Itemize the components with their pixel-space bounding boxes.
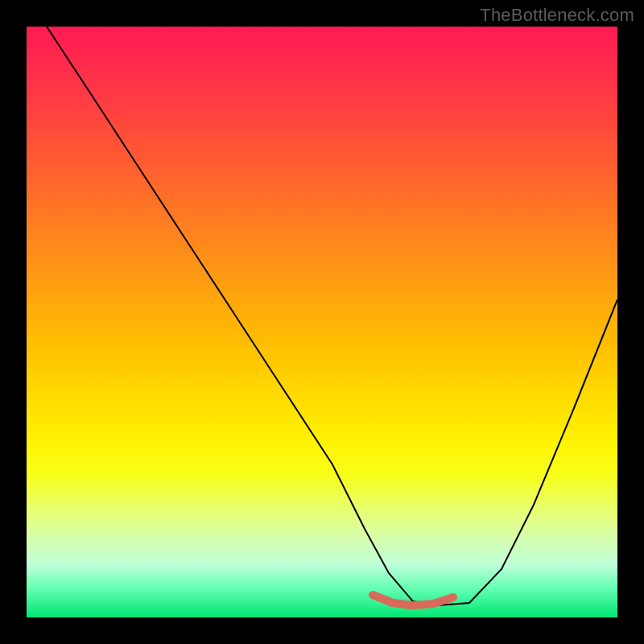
- chart-plot-area: [27, 27, 617, 617]
- watermark-text: TheBottleneck.com: [480, 5, 634, 26]
- bottleneck-curve-line: [47, 27, 617, 605]
- chart-svg: [27, 27, 617, 617]
